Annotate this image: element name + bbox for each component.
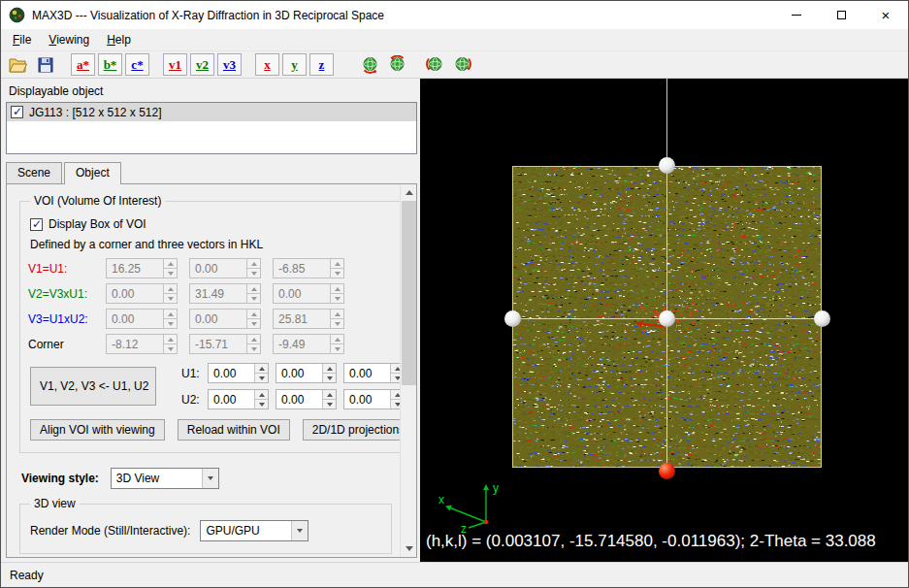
spin-up-icon bbox=[164, 259, 177, 268]
render-mode-combobox[interactable]: GPU/GPU bbox=[200, 520, 308, 541]
corner-row: Corner -8.12 -15.71 -9.49 bbox=[28, 334, 400, 354]
minimize-icon bbox=[792, 15, 801, 16]
app-globe-icon bbox=[9, 7, 25, 23]
tab-object[interactable]: Object bbox=[64, 162, 121, 184]
c-star-button[interactable]: c* bbox=[125, 53, 149, 76]
v1-h-spinbox: 16.25 bbox=[106, 258, 178, 278]
u2-k-spinbox[interactable]: 0.00 bbox=[276, 389, 337, 409]
voi-handle-left-sphere bbox=[504, 310, 521, 327]
spin-up-icon[interactable] bbox=[391, 364, 400, 373]
y-axis-button[interactable]: y bbox=[282, 53, 307, 76]
globe-rotate-button-4[interactable] bbox=[450, 53, 474, 76]
scroll-down-button[interactable] bbox=[401, 540, 417, 557]
v2-h-spinbox: 0.00 bbox=[106, 283, 178, 304]
x-axis-button[interactable]: x bbox=[255, 53, 279, 76]
align-voi-button[interactable]: Align VOI with viewing bbox=[30, 419, 165, 441]
spin-up-icon[interactable] bbox=[323, 390, 336, 399]
z-axis-button[interactable]: z bbox=[309, 53, 334, 76]
u2-l-spinbox[interactable]: 0.00 bbox=[343, 389, 400, 409]
spin-up-icon[interactable] bbox=[255, 390, 268, 399]
hkl-readout: (h,k,l) = (0.003107, -15.714580, -0.0119… bbox=[426, 532, 876, 551]
rotate-globe-icon bbox=[453, 55, 471, 74]
menu-help[interactable]: Help bbox=[98, 29, 140, 50]
v1-button[interactable]: v1 bbox=[163, 53, 187, 76]
u1-k-spinbox[interactable]: 0.00 bbox=[276, 363, 337, 383]
list-item[interactable]: JG113 : [512 x 512 x 512] bbox=[7, 103, 416, 121]
v2-button[interactable]: v2 bbox=[190, 53, 214, 76]
save-button[interactable] bbox=[33, 53, 57, 76]
menu-file[interactable]: File bbox=[4, 29, 40, 50]
viewing-style-row: Viewing style: 3D View bbox=[21, 468, 392, 489]
floppy-disk-icon bbox=[38, 57, 53, 73]
spin-down-icon bbox=[247, 293, 260, 303]
close-button[interactable]: × bbox=[863, 1, 908, 29]
spin-up-icon bbox=[247, 310, 260, 318]
voi-handle-right-sphere bbox=[814, 310, 830, 327]
u2-h-spinbox[interactable]: 0.00 bbox=[208, 389, 269, 409]
object-tab-panel: VOI (Volume Of Interest) Display Box of … bbox=[6, 183, 417, 558]
voi-handle-top-sphere bbox=[659, 157, 675, 174]
projections-button[interactable]: 2D/1D projections bbox=[303, 419, 400, 441]
spin-down-icon[interactable] bbox=[323, 399, 336, 408]
reload-voi-button[interactable]: Reload within VOI bbox=[178, 419, 290, 441]
u1-l-spinbox[interactable]: 0.00 bbox=[343, 363, 400, 383]
triangle-up-icon bbox=[406, 190, 413, 195]
spin-up-icon bbox=[164, 284, 177, 293]
spin-up-icon[interactable] bbox=[391, 390, 400, 399]
axis-triad-icon: y x z bbox=[438, 478, 505, 533]
viewing-style-label: Viewing style: bbox=[21, 472, 99, 485]
spin-down-icon bbox=[331, 318, 343, 328]
vertical-scrollbar[interactable] bbox=[400, 184, 416, 557]
voi-handle-center-sphere bbox=[659, 310, 675, 327]
spin-down-icon[interactable] bbox=[391, 373, 400, 382]
viewing-style-combobox[interactable]: 3D View bbox=[111, 468, 219, 489]
spin-down-icon bbox=[164, 318, 177, 328]
window-title: MAX3D --- Visualization of X-Ray Diffrac… bbox=[32, 9, 384, 22]
spin-up-icon bbox=[164, 310, 177, 318]
v3-h-spinbox: 0.00 bbox=[106, 309, 178, 329]
b-star-button[interactable]: b* bbox=[98, 53, 122, 76]
v1-k-spinbox: 0.00 bbox=[189, 258, 261, 278]
scroll-thumb[interactable] bbox=[402, 201, 416, 385]
spin-up-icon bbox=[164, 335, 177, 343]
v3-button[interactable]: v3 bbox=[217, 53, 242, 76]
scroll-up-button[interactable] bbox=[401, 184, 417, 201]
spin-down-icon bbox=[247, 268, 260, 278]
close-icon: × bbox=[882, 8, 891, 22]
maximize-button[interactable] bbox=[819, 1, 863, 29]
v2-label: V2=V3xU1: bbox=[28, 287, 106, 301]
a-star-button[interactable]: a* bbox=[71, 53, 95, 76]
chevron-down-icon bbox=[202, 469, 218, 488]
spin-up-icon bbox=[331, 335, 343, 343]
displayable-object-list: JG113 : [512 x 512 x 512] bbox=[6, 102, 417, 154]
globe-rotate-button-2[interactable] bbox=[385, 53, 409, 76]
svg-text:x: x bbox=[438, 493, 444, 506]
globe-rotate-button-3[interactable] bbox=[423, 53, 447, 76]
reciprocal-space-viewport[interactable]: y x z (h,k,l) = (0.003107, -15.714580, -… bbox=[420, 79, 908, 562]
spin-down-icon[interactable] bbox=[323, 373, 336, 382]
v3-k-spinbox: 0.00 bbox=[189, 309, 261, 329]
globe-rotate-button-1[interactable] bbox=[358, 53, 382, 76]
spin-down-icon[interactable] bbox=[255, 373, 268, 382]
assign-v-from-u-button[interactable]: V1, V2, V3 <- U1, U2 bbox=[30, 367, 156, 406]
display-box-voi-checkbox[interactable] bbox=[30, 218, 43, 231]
tab-scene[interactable]: Scene bbox=[6, 162, 62, 183]
v2-l-spinbox: 0.00 bbox=[273, 283, 344, 304]
spin-down-icon[interactable] bbox=[391, 399, 400, 408]
minimize-button[interactable] bbox=[774, 1, 819, 29]
u1-h-spinbox[interactable]: 0.00 bbox=[208, 363, 269, 383]
view-3d-groupbox: 3D view Render Mode (Still/Interactive):… bbox=[19, 497, 392, 554]
status-text: Ready bbox=[10, 569, 44, 582]
svg-text:y: y bbox=[493, 481, 499, 495]
spin-up-icon bbox=[247, 335, 260, 343]
object-visibility-checkbox[interactable] bbox=[11, 106, 23, 118]
spin-up-icon[interactable] bbox=[323, 364, 336, 373]
spin-down-icon[interactable] bbox=[255, 399, 268, 408]
open-button[interactable] bbox=[6, 53, 30, 76]
spin-up-icon[interactable] bbox=[255, 364, 268, 373]
toolbar: a* b* c* v1 v2 v3 x y z bbox=[1, 51, 908, 79]
v3-label: V3=U1xU2: bbox=[28, 312, 106, 326]
defined-label: Defined by a corner and three vectors in… bbox=[30, 238, 400, 251]
menu-viewing[interactable]: Viewing bbox=[40, 29, 98, 50]
left-panel: Displayable object JG113 : [512 x 512 x … bbox=[1, 79, 420, 562]
